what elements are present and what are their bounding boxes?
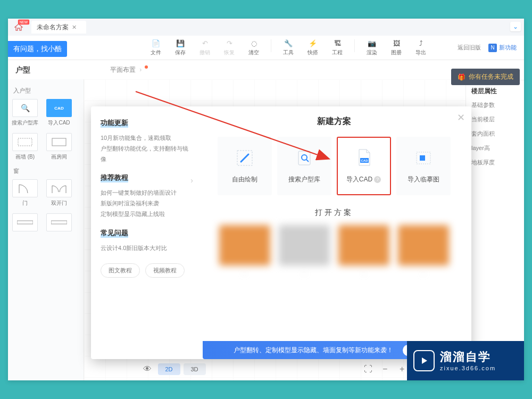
new-feature-button[interactable]: N 新功能	[488, 44, 517, 52]
section-title: 户型	[15, 65, 30, 75]
recent-thumb[interactable]	[219, 225, 270, 265]
view-controls: 👁 2D 3D ⛶ − +	[140, 363, 409, 375]
view-2d-button[interactable]: 2D	[157, 363, 180, 375]
focus-icon[interactable]: ⛶	[361, 364, 375, 374]
expand-chevron-icon[interactable]: ⌄	[510, 22, 521, 31]
search-icon	[295, 148, 314, 168]
watermark-brand: 溜溜自学 zixue.3d66.com	[407, 341, 524, 380]
sidebar-tile-door[interactable]: 门	[11, 179, 39, 207]
clear-button[interactable]: ◌清空	[246, 39, 261, 56]
pencil-icon	[235, 148, 254, 168]
main-toolbar: 📄文件 💾保存 ↶撤销 ↷恢复 ◌清空 🔧工具 ⚡快搭 🏗工程 📷渲染 🖼图册 …	[8, 36, 524, 60]
svg-text:CAD: CAD	[361, 159, 368, 162]
svg-rect-5	[298, 151, 310, 165]
close-icon[interactable]: ✕	[72, 24, 77, 31]
open-project-title: 打开方案	[208, 208, 460, 218]
tutorial-line[interactable]: 如何一键复制做好的墙面设计	[101, 188, 193, 198]
update-line[interactable]: 10月新功能集合，速戳领取	[101, 133, 193, 144]
recent-thumb[interactable]	[279, 225, 330, 265]
video-tutorial-button[interactable]: 视频教程	[145, 263, 185, 278]
render-button[interactable]: 📷渲染	[364, 39, 379, 56]
sidebar-tile-wall[interactable]: 画墙 (B)	[11, 133, 39, 161]
chevron-right-icon[interactable]: ›	[190, 176, 193, 185]
sidebar-tile-room[interactable]: 画房间	[45, 133, 73, 161]
tutorial-line[interactable]: 定制模型显示隐藏上线啦	[101, 209, 193, 220]
eye-icon[interactable]: 👁	[140, 364, 154, 374]
brand-name: 溜溜自学	[440, 350, 496, 365]
sidebar-tile-double-door[interactable]: 双开门	[45, 179, 73, 207]
help-cta-button[interactable]: 有问题，找小酷	[8, 41, 67, 57]
svg-rect-2	[17, 221, 33, 224]
view-3d-button[interactable]: 3D	[184, 363, 206, 375]
section-tutorials-heading: 推荐教程	[101, 173, 128, 182]
tool-button[interactable]: 🔧工具	[281, 39, 296, 56]
sidebar-section-title: 入户型	[13, 87, 80, 95]
save-button[interactable]: 💾保存	[173, 39, 188, 56]
breadcrumb[interactable]: 平面布置 ›	[110, 65, 148, 74]
svg-rect-10	[420, 155, 425, 161]
sidebar-tile-generic-2[interactable]	[45, 213, 73, 231]
home-tab-icon[interactable]: NEW	[10, 21, 27, 33]
new-badge: NEW	[18, 20, 29, 24]
album-button[interactable]: 🖼图册	[389, 39, 404, 56]
help-icon[interactable]: ?	[374, 176, 381, 183]
undo-button[interactable]: ↶撤销	[197, 39, 212, 56]
svg-rect-1	[52, 138, 66, 146]
back-old-link[interactable]: 返回旧版	[458, 44, 481, 52]
option-search-library[interactable]: 搜索户型库	[277, 137, 331, 195]
task-pending-pill[interactable]: 🎁 你有任务未完成	[451, 69, 520, 85]
sidebar-section-title-2: 窗	[13, 167, 80, 175]
panel-title: 楼层属性	[471, 87, 519, 96]
cad-file-icon: CAD	[354, 148, 373, 168]
tab-strip: NEW 未命名方案 ✕ ⌄	[8, 19, 524, 36]
sidebar-tile-cad[interactable]: CAD 导入CAD	[45, 99, 73, 127]
notification-dot-icon	[145, 65, 148, 69]
properties-panel: 楼层属性 基础参数 当前楼层 套内面积 layer高 地板厚度	[466, 79, 524, 380]
brand-url: zixue.3d66.com	[440, 364, 496, 372]
quick-button[interactable]: ⚡快搭	[305, 39, 320, 56]
sidebar-tile-search[interactable]: 🔍 搜索户型库	[11, 99, 39, 127]
svg-rect-0	[18, 138, 32, 146]
option-free-draw[interactable]: 自由绘制	[218, 137, 272, 195]
chevron-right-icon: ›	[139, 66, 142, 73]
svg-rect-3	[51, 221, 67, 224]
gift-icon: 🎁	[458, 73, 466, 81]
option-import-trace[interactable]: 导入临摹图	[396, 137, 451, 195]
option-import-cad[interactable]: CAD 导入CAD ?	[337, 137, 391, 195]
file-button[interactable]: 📄文件	[148, 39, 163, 56]
zoom-out-icon[interactable]: −	[378, 364, 392, 374]
search-icon: 🔍	[21, 104, 30, 112]
export-button[interactable]: ⤴导出	[413, 39, 428, 56]
section-updates-heading: 功能更新	[101, 118, 128, 128]
project-button[interactable]: 🏗工程	[330, 39, 345, 56]
play-icon	[413, 350, 435, 371]
project-tab[interactable]: 未命名方案 ✕	[31, 21, 86, 34]
tutorial-line[interactable]: 新版闲时渲染福利来袭	[101, 198, 193, 209]
banner-text: 户型翻转、定制模型显示隐藏、墙面复制等新功能来袭！	[234, 346, 393, 355]
recent-thumb[interactable]	[338, 225, 389, 265]
new-project-modal: 功能更新 10月新功能集合，速戳领取 户型翻转功能优化，支持翻转与镜像 推荐教程…	[91, 106, 471, 359]
recent-projects-row	[208, 225, 460, 265]
text-tutorial-button[interactable]: 图文教程	[101, 263, 140, 278]
close-icon[interactable]: ✕	[457, 112, 465, 123]
modal-sidebar: 功能更新 10月新功能集合，速戳领取 户型翻转功能优化，支持翻转与镜像 推荐教程…	[91, 106, 203, 359]
sidebar-tile-generic-1[interactable]	[11, 213, 39, 231]
tab-title: 未命名方案	[37, 23, 69, 32]
image-icon	[414, 148, 433, 168]
recent-thumb[interactable]	[398, 225, 449, 265]
faq-line[interactable]: 云设计4.0新旧版本大对比	[101, 243, 193, 254]
update-line[interactable]: 户型翻转功能优化，支持翻转与镜像	[101, 144, 193, 165]
secondary-bar: 户型 平面布置 ›	[8, 60, 524, 80]
redo-button[interactable]: ↷恢复	[222, 39, 237, 56]
section-faq-heading: 常见问题	[101, 228, 128, 238]
svg-point-6	[302, 155, 307, 160]
modal-title: 新建方案	[208, 116, 460, 127]
modal-main: ✕ 新建方案 自由绘制 搜索户型库 CAD	[203, 106, 471, 359]
n-icon: N	[488, 44, 497, 52]
left-sidebar: 入户型 🔍 搜索户型库 CAD 导入CAD 画墙 (B) 画房间	[8, 79, 84, 380]
